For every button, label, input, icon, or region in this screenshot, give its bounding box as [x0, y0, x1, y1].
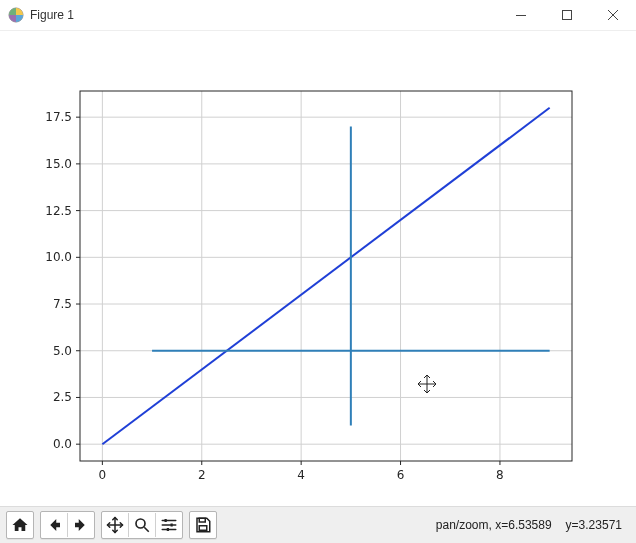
status-mode: pan/zoom, — [436, 518, 495, 532]
window-close-button[interactable] — [590, 0, 636, 30]
navigation-toolbar: pan/zoom, x=6.53589y=3.23571 — [0, 506, 636, 543]
window-title: Figure 1 — [30, 8, 74, 22]
ytick-label: 12.5 — [45, 204, 72, 218]
status-text: pan/zoom, x=6.53589y=3.23571 — [416, 504, 630, 543]
ytick-label: 10.0 — [45, 250, 72, 264]
status-x-value: 6.53589 — [508, 518, 551, 532]
status-x-label: x= — [495, 518, 508, 532]
xtick-label: 4 — [297, 468, 305, 482]
svg-rect-33 — [199, 526, 207, 531]
xtick-label: 0 — [99, 468, 107, 482]
svg-rect-30 — [171, 524, 173, 527]
xtick-label: 6 — [397, 468, 405, 482]
plot-canvas[interactable]: 024680.02.55.07.510.012.515.017.5 — [0, 31, 636, 506]
forward-button[interactable] — [68, 513, 94, 537]
configure-subplots-button[interactable] — [156, 513, 182, 537]
ytick-label: 0.0 — [53, 437, 72, 451]
svg-rect-31 — [167, 528, 169, 531]
pan-button[interactable] — [102, 513, 129, 537]
ytick-label: 5.0 — [53, 344, 72, 358]
ytick-label: 15.0 — [45, 157, 72, 171]
zoom-button[interactable] — [129, 513, 156, 537]
save-button[interactable] — [190, 513, 216, 537]
home-button[interactable] — [7, 513, 33, 537]
ytick-label: 17.5 — [45, 110, 72, 124]
status-y-value: 3.23571 — [579, 518, 622, 532]
app-icon — [8, 7, 24, 23]
matplotlib-figure-window: Figure 1 024680.02.55.07.510.012.515.017… — [0, 0, 636, 543]
svg-rect-29 — [165, 519, 167, 522]
back-button[interactable] — [41, 513, 68, 537]
svg-point-28 — [136, 519, 145, 528]
ytick-label: 7.5 — [53, 297, 72, 311]
xtick-label: 8 — [496, 468, 504, 482]
series-line — [102, 108, 549, 444]
svg-rect-32 — [199, 518, 205, 522]
window-maximize-button[interactable] — [544, 0, 590, 30]
status-y-label: y= — [566, 518, 579, 532]
window-titlebar: Figure 1 — [0, 0, 636, 31]
window-minimize-button[interactable] — [498, 0, 544, 30]
svg-rect-1 — [563, 11, 572, 20]
ytick-label: 2.5 — [53, 390, 72, 404]
xtick-label: 2 — [198, 468, 206, 482]
